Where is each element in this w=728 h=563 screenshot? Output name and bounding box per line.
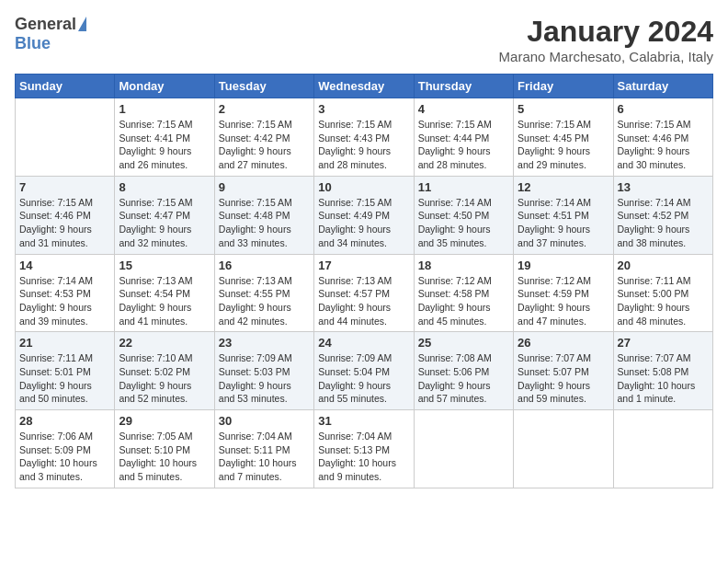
calendar-cell: 13Sunrise: 7:14 AMSunset: 4:52 PMDayligh… (613, 176, 712, 254)
calendar-cell: 15Sunrise: 7:13 AMSunset: 4:54 PMDayligh… (115, 254, 214, 332)
calendar-cell: 4Sunrise: 7:15 AMSunset: 4:44 PMDaylight… (414, 98, 513, 177)
calendar-cell: 11Sunrise: 7:14 AMSunset: 4:50 PMDayligh… (414, 176, 513, 254)
day-number: 27 (618, 336, 709, 350)
calendar-cell: 22Sunrise: 7:10 AMSunset: 5:02 PMDayligh… (115, 332, 214, 410)
calendar-cell: 19Sunrise: 7:12 AMSunset: 4:59 PMDayligh… (514, 254, 613, 332)
day-number: 8 (119, 180, 210, 194)
day-info: Sunrise: 7:15 AMSunset: 4:41 PMDaylight:… (119, 118, 210, 172)
calendar-week-4: 21Sunrise: 7:11 AMSunset: 5:01 PMDayligh… (16, 332, 713, 410)
day-info: Sunrise: 7:11 AMSunset: 5:01 PMDaylight:… (19, 351, 110, 406)
day-number: 26 (518, 336, 609, 350)
header-row: Sunday Monday Tuesday Wednesday Thursday… (16, 75, 713, 98)
day-number: 19 (518, 259, 609, 272)
day-info: Sunrise: 7:09 AMSunset: 5:03 PMDaylight:… (219, 351, 310, 406)
calendar-cell (414, 410, 513, 488)
logo-arrow-icon (78, 17, 86, 31)
day-number: 18 (418, 259, 509, 272)
day-number: 12 (518, 180, 609, 194)
day-info: Sunrise: 7:12 AMSunset: 4:59 PMDaylight:… (518, 274, 609, 328)
calendar-cell: 29Sunrise: 7:05 AMSunset: 5:10 PMDayligh… (115, 410, 214, 488)
calendar-cell: 3Sunrise: 7:15 AMSunset: 4:43 PMDaylight… (314, 98, 414, 177)
calendar-week-5: 28Sunrise: 7:06 AMSunset: 5:09 PMDayligh… (16, 410, 713, 488)
calendar-cell: 1Sunrise: 7:15 AMSunset: 4:41 PMDaylight… (115, 98, 214, 177)
day-info: Sunrise: 7:04 AMSunset: 5:13 PMDaylight:… (318, 430, 409, 484)
day-number: 20 (618, 259, 709, 272)
calendar-cell (613, 410, 712, 488)
calendar-cell: 20Sunrise: 7:11 AMSunset: 5:00 PMDayligh… (613, 254, 712, 332)
day-info: Sunrise: 7:07 AMSunset: 5:07 PMDaylight:… (518, 351, 609, 406)
day-info: Sunrise: 7:14 AMSunset: 4:50 PMDaylight:… (418, 196, 509, 250)
day-info: Sunrise: 7:08 AMSunset: 5:06 PMDaylight:… (418, 351, 509, 406)
day-info: Sunrise: 7:14 AMSunset: 4:52 PMDaylight:… (618, 196, 709, 250)
page-container: General Blue January 2024 Marano Marches… (0, 0, 728, 498)
day-number: 3 (318, 102, 409, 116)
day-number: 5 (518, 102, 609, 116)
calendar-cell (514, 410, 613, 488)
title-block: January 2024 Marano Marchesato, Calabria… (499, 15, 713, 64)
calendar-cell: 7Sunrise: 7:15 AMSunset: 4:46 PMDaylight… (16, 176, 115, 254)
day-info: Sunrise: 7:15 AMSunset: 4:43 PMDaylight:… (318, 118, 409, 172)
day-info: Sunrise: 7:04 AMSunset: 5:11 PMDaylight:… (219, 430, 310, 484)
day-number: 13 (618, 180, 709, 194)
day-number: 21 (19, 336, 110, 350)
day-info: Sunrise: 7:15 AMSunset: 4:46 PMDaylight:… (19, 196, 110, 250)
col-wednesday: Wednesday (314, 75, 414, 98)
day-number: 29 (119, 414, 210, 428)
logo: General Blue (15, 15, 86, 53)
calendar-cell: 5Sunrise: 7:15 AMSunset: 4:45 PMDaylight… (514, 98, 613, 177)
day-number: 6 (618, 102, 709, 116)
day-number: 11 (418, 180, 509, 194)
calendar-week-2: 7Sunrise: 7:15 AMSunset: 4:46 PMDaylight… (16, 176, 713, 254)
day-info: Sunrise: 7:13 AMSunset: 4:57 PMDaylight:… (318, 274, 409, 328)
calendar-body: 1Sunrise: 7:15 AMSunset: 4:41 PMDaylight… (16, 98, 713, 488)
day-info: Sunrise: 7:13 AMSunset: 4:54 PMDaylight:… (119, 274, 210, 328)
calendar-cell: 27Sunrise: 7:07 AMSunset: 5:08 PMDayligh… (613, 332, 712, 410)
day-number: 15 (119, 259, 210, 272)
calendar-week-1: 1Sunrise: 7:15 AMSunset: 4:41 PMDaylight… (16, 98, 713, 177)
day-info: Sunrise: 7:15 AMSunset: 4:44 PMDaylight:… (418, 118, 509, 172)
calendar-cell: 12Sunrise: 7:14 AMSunset: 4:51 PMDayligh… (514, 176, 613, 254)
day-info: Sunrise: 7:15 AMSunset: 4:47 PMDaylight:… (119, 196, 210, 250)
logo-general-text: General (15, 15, 76, 34)
logo-blue-text: Blue (15, 34, 51, 52)
calendar-cell: 16Sunrise: 7:13 AMSunset: 4:55 PMDayligh… (214, 254, 313, 332)
day-info: Sunrise: 7:07 AMSunset: 5:08 PMDaylight:… (618, 351, 709, 406)
day-info: Sunrise: 7:15 AMSunset: 4:42 PMDaylight:… (219, 118, 310, 172)
calendar-cell: 26Sunrise: 7:07 AMSunset: 5:07 PMDayligh… (514, 332, 613, 410)
day-number: 4 (418, 102, 509, 116)
calendar-cell: 28Sunrise: 7:06 AMSunset: 5:09 PMDayligh… (16, 410, 115, 488)
calendar-cell: 6Sunrise: 7:15 AMSunset: 4:46 PMDaylight… (613, 98, 712, 177)
calendar-cell: 9Sunrise: 7:15 AMSunset: 4:48 PMDaylight… (214, 176, 313, 254)
col-thursday: Thursday (414, 75, 513, 98)
day-info: Sunrise: 7:12 AMSunset: 4:58 PMDaylight:… (418, 274, 509, 328)
calendar-cell: 17Sunrise: 7:13 AMSunset: 4:57 PMDayligh… (314, 254, 414, 332)
day-number: 23 (219, 336, 310, 350)
day-info: Sunrise: 7:14 AMSunset: 4:53 PMDaylight:… (19, 274, 110, 328)
day-number: 10 (318, 180, 409, 194)
day-number: 22 (119, 336, 210, 350)
day-number: 14 (19, 259, 110, 272)
calendar-header: Sunday Monday Tuesday Wednesday Thursday… (16, 75, 713, 98)
day-info: Sunrise: 7:11 AMSunset: 5:00 PMDaylight:… (618, 274, 709, 328)
day-info: Sunrise: 7:15 AMSunset: 4:46 PMDaylight:… (618, 118, 709, 172)
header: General Blue January 2024 Marano Marches… (15, 15, 713, 64)
page-subtitle: Marano Marchesato, Calabria, Italy (499, 49, 713, 64)
day-number: 30 (219, 414, 310, 428)
calendar-cell: 30Sunrise: 7:04 AMSunset: 5:11 PMDayligh… (214, 410, 313, 488)
day-number: 16 (219, 259, 310, 272)
page-title: January 2024 (499, 15, 713, 49)
calendar-week-3: 14Sunrise: 7:14 AMSunset: 4:53 PMDayligh… (16, 254, 713, 332)
col-sunday: Sunday (16, 75, 115, 98)
day-info: Sunrise: 7:10 AMSunset: 5:02 PMDaylight:… (119, 351, 210, 406)
day-number: 1 (119, 102, 210, 116)
calendar-cell: 10Sunrise: 7:15 AMSunset: 4:49 PMDayligh… (314, 176, 414, 254)
col-saturday: Saturday (613, 75, 712, 98)
col-tuesday: Tuesday (214, 75, 313, 98)
day-info: Sunrise: 7:14 AMSunset: 4:51 PMDaylight:… (518, 196, 609, 250)
calendar-cell: 14Sunrise: 7:14 AMSunset: 4:53 PMDayligh… (16, 254, 115, 332)
calendar-cell: 18Sunrise: 7:12 AMSunset: 4:58 PMDayligh… (414, 254, 513, 332)
col-monday: Monday (115, 75, 214, 98)
day-number: 17 (318, 259, 409, 272)
day-info: Sunrise: 7:15 AMSunset: 4:48 PMDaylight:… (219, 196, 310, 250)
day-number: 25 (418, 336, 509, 350)
